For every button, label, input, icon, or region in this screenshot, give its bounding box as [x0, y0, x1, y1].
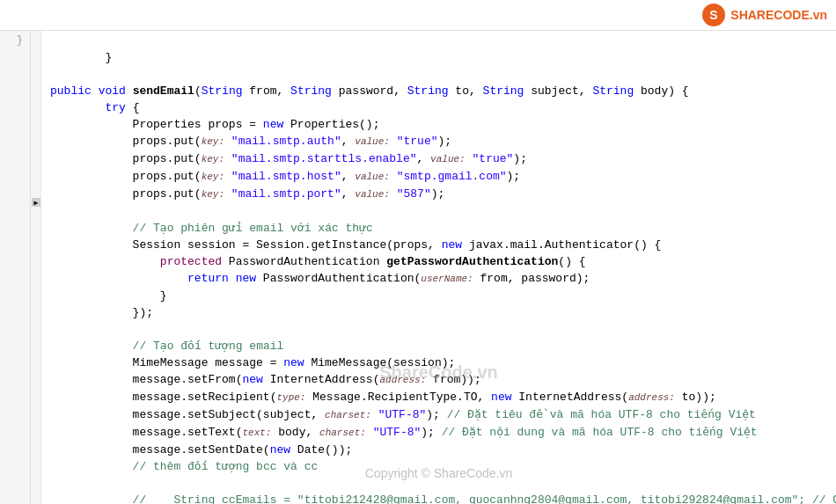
- logo-icon: S: [701, 3, 726, 27]
- logo-container: S SHARECODE.vn: [701, 3, 827, 27]
- svg-text:S: S: [710, 8, 718, 22]
- code-area: } public void sendEmail(String from, Str…: [41, 31, 836, 504]
- header-bar: S SHARECODE.vn: [0, 0, 836, 31]
- code-container: } ▶: [0, 31, 836, 504]
- gutter: ▶: [31, 31, 41, 504]
- gutter-arrow-1[interactable]: ▶: [32, 198, 40, 207]
- copyright: Copyright © ShareCode.vn: [365, 465, 513, 482]
- logo-text: SHARECODE.vn: [730, 8, 827, 22]
- line-numbers: }: [0, 31, 31, 504]
